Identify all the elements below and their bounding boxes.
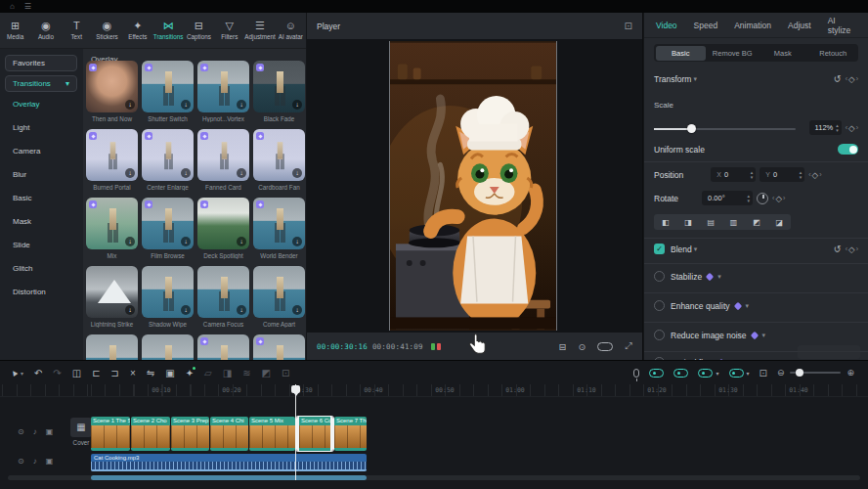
uniform-scale-toggle[interactable] [838, 144, 858, 155]
rotate-value-input[interactable]: 0.00° ▴▾ [702, 191, 753, 205]
timeline-scrollbar-thumb[interactable] [91, 475, 367, 480]
home-icon[interactable]: ⌂ [10, 2, 15, 11]
mirror-preview-icon[interactable]: ⊟ [558, 341, 566, 352]
preview-canvas[interactable] [307, 39, 642, 333]
keyframe-icon[interactable]: ◇ [812, 170, 819, 180]
tab-text[interactable]: TText [62, 13, 92, 48]
audio-tool-icon[interactable]: ◨ [223, 368, 232, 378]
subtab-mask[interactable]: Mask [758, 46, 808, 61]
reset-transform-icon[interactable]: ↺ [834, 73, 842, 84]
sidebar-item-glitch[interactable]: Glitch [13, 264, 32, 273]
tab-transitions[interactable]: ⋈Transitions [152, 13, 183, 48]
transition-item[interactable]: ↓ Lightning Strike [86, 266, 138, 328]
flip-vertical-icon[interactable]: ◨ [684, 218, 692, 227]
download-icon[interactable]: ↓ [292, 168, 302, 178]
cover-button[interactable]: ▦ [70, 418, 92, 437]
transition-item[interactable] [142, 334, 194, 360]
transition-item[interactable]: ↓ Camera Focus [197, 266, 249, 328]
transition-item[interactable]: ↓ Shadow Wipe [142, 266, 194, 328]
fullscreen-icon[interactable]: ⤢ [625, 340, 632, 352]
subtab-remove-bg[interactable]: Remove BG [708, 46, 759, 61]
transition-item[interactable]: ↓ Shutter Switch [142, 61, 194, 122]
download-icon[interactable]: ↓ [292, 100, 302, 110]
snapshot-icon[interactable]: ⊙ [578, 341, 586, 352]
download-icon[interactable]: ↓ [237, 237, 246, 246]
tab-adjustment[interactable]: ☰Adjustment [244, 13, 275, 48]
mirror-icon[interactable]: ⇋ [147, 368, 154, 378]
transition-item[interactable]: ↓ Then and Now [86, 61, 138, 122]
enhance-quality-checkbox[interactable] [654, 300, 665, 311]
voiceover-mic-icon[interactable] [633, 369, 639, 378]
download-icon[interactable]: ↓ [125, 100, 135, 110]
zoom-in-icon[interactable]: ⊕ [846, 368, 854, 378]
hide-track-icon[interactable]: ⊙ [18, 427, 24, 436]
position-x-input[interactable]: X0 ▴▾ [711, 167, 756, 182]
tab-video[interactable]: Video [656, 21, 677, 30]
tab-filters[interactable]: ▽Filters [214, 13, 244, 48]
tab-ai-stylize[interactable]: AI stylize [828, 16, 856, 35]
transition-item[interactable] [253, 334, 305, 360]
transition-item[interactable]: ↓ Mix [86, 198, 138, 259]
tab-animation[interactable]: Animation [734, 21, 771, 30]
timeline-clip-selected[interactable]: Scene 6 Coo [296, 417, 333, 451]
transition-item[interactable]: ↓ Deck Spotlight [197, 198, 249, 259]
tab-media[interactable]: ⊞Media [0, 13, 30, 48]
download-icon[interactable]: ↓ [237, 100, 246, 110]
download-icon[interactable]: ↓ [292, 237, 302, 246]
stepper-down-icon[interactable]: ▾ [836, 128, 839, 133]
transition-item[interactable]: ↓ Cardboard Fan [253, 129, 305, 191]
timeline-clip[interactable]: Scene 7 The [334, 417, 367, 451]
transition-item[interactable] [197, 334, 249, 360]
sidebar-item-distortion[interactable]: Distortion [13, 288, 46, 296]
timeline-zoom-slider[interactable] [790, 372, 841, 374]
transition-item[interactable]: ↓ Burned Portal [86, 129, 138, 191]
trim-right-icon[interactable]: ⊐ [111, 368, 119, 378]
sidebar-item-mask[interactable]: Mask [13, 217, 31, 226]
wave-tool-icon[interactable]: ≋ [242, 368, 250, 378]
timeline-clip[interactable]: Scene 5 Mix [249, 417, 295, 451]
transform-header[interactable]: Transform ▾ ↺ ‹◇› [654, 73, 858, 84]
playhead-handle[interactable] [291, 385, 300, 393]
transition-item[interactable]: ↓ World Bender [253, 198, 305, 259]
stabilize-checkbox[interactable] [654, 271, 665, 282]
sidebar-item-basic[interactable]: Basic [13, 194, 32, 202]
ratio-icon[interactable] [597, 342, 613, 351]
subtab-basic[interactable]: Basic [656, 46, 707, 61]
tab-speed[interactable]: Speed [694, 21, 718, 30]
menu-icon[interactable]: ☰ [24, 2, 31, 11]
zoom-out-icon[interactable]: ⊖ [777, 368, 785, 378]
sidebar-favorites[interactable]: Favorites [5, 55, 77, 71]
transition-item[interactable]: ↓ Film Browse [142, 198, 194, 259]
linking-icon[interactable] [698, 369, 713, 378]
rotate-right-icon[interactable]: ▥ [730, 218, 738, 227]
preview-axis-icon[interactable] [729, 369, 744, 378]
sidebar-item-overlay[interactable]: Overlay [13, 100, 40, 109]
download-icon[interactable]: ↓ [181, 168, 191, 178]
transition-item[interactable]: ↓ Center Enlarge [142, 129, 194, 191]
sidebar-item-slide[interactable]: Slide [13, 241, 30, 249]
mute-track-icon[interactable]: ♪ [33, 427, 37, 436]
align-center-icon[interactable]: ◩ [753, 218, 760, 227]
screen-tool-icon[interactable]: ⊡ [282, 368, 289, 378]
sidebar-item-light[interactable]: Light [13, 123, 29, 132]
sidebar-item-camera[interactable]: Camera [13, 147, 40, 156]
sidebar-item-blur[interactable]: Blur [13, 170, 26, 179]
download-icon[interactable]: ↓ [125, 305, 135, 315]
download-icon[interactable]: ↓ [237, 168, 246, 178]
audio-clip[interactable]: Cat Cooking.mp3 [91, 454, 367, 471]
download-icon[interactable]: ↓ [292, 305, 302, 315]
trim-left-icon[interactable]: ⊏ [92, 368, 100, 378]
tab-captions[interactable]: ⊟Captions [184, 13, 214, 48]
timeline-clip[interactable]: Scene 3 Prep [171, 417, 209, 451]
position-y-input[interactable]: Y0 ▴▾ [760, 167, 804, 182]
keyframe-track-icon[interactable] [649, 369, 664, 378]
download-icon[interactable]: ↓ [181, 237, 191, 246]
tab-ai-avatar[interactable]: ☺AI avatar [276, 13, 306, 48]
timeline-clip[interactable]: Scene 1 The S [91, 417, 130, 451]
timeline-ruler[interactable]: 00:10 00:20 00:30 00:40 00:50 01:00 01:1… [0, 384, 868, 397]
sidebar-category-transitions[interactable]: Transitions▾ [5, 75, 77, 92]
lock-track-icon[interactable]: ▣ [46, 457, 54, 466]
fit-icon[interactable]: ◪ [776, 218, 784, 227]
timeline-clip[interactable]: Scene 2 Cho [131, 417, 170, 451]
ai-tool-icon[interactable]: ✦ [186, 368, 194, 378]
